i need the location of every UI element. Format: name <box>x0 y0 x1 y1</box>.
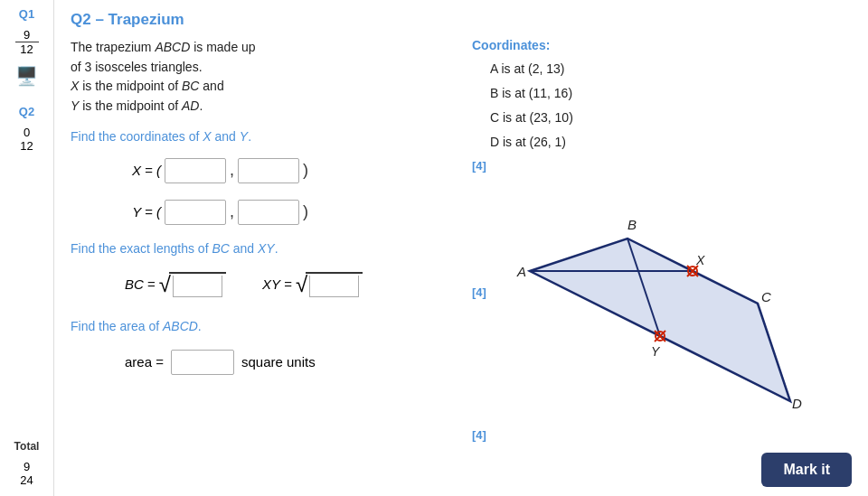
problem-text: The trapezium ABCD is made up of 3 isosc… <box>71 38 463 117</box>
x-input-2[interactable] <box>238 158 299 183</box>
find-xy-label: Find the coordinates of X and Y. <box>71 129 463 144</box>
svg-text:D: D <box>792 396 802 411</box>
area-row: area = square units <box>125 350 463 375</box>
coord-c: C is at (23, 10) <box>490 110 852 125</box>
sidebar-q1-score: 9 12 <box>15 28 39 56</box>
marks-badge-bot: [4] <box>472 428 486 442</box>
sidebar-total-score: 9 24 <box>20 460 33 487</box>
x-input-1[interactable] <box>165 158 226 183</box>
marks-badge-mid: [4] <box>472 285 486 299</box>
xy-sqrt-sign <box>296 272 363 297</box>
bc-sqrt-box <box>169 272 226 297</box>
right-panel: Coordinates: A is at (2, 13) B is at (11… <box>472 38 852 487</box>
coords-title: Coordinates: <box>472 38 852 52</box>
question-title: Q2 – Trapezium <box>71 11 852 29</box>
svg-text:C: C <box>761 289 771 304</box>
find-lengths-label: Find the exact lengths of BC and XY. <box>71 241 463 256</box>
sidebar-total-label: Total <box>14 440 40 453</box>
sqrt-row: BC = XY = <box>125 272 463 297</box>
sidebar-q1-label[interactable]: Q1 <box>19 7 34 21</box>
y-input-2[interactable] <box>238 200 299 225</box>
sidebar-q2-label[interactable]: Q2 <box>19 105 34 118</box>
area-label: area = <box>125 354 164 370</box>
xy-input[interactable] <box>309 276 359 297</box>
bc-label: BC = <box>125 276 156 292</box>
coord-a: A is at (2, 13) <box>490 61 852 76</box>
bc-input[interactable] <box>173 276 222 297</box>
coord-d: D is at (26, 1) <box>490 135 852 149</box>
mark-it-button[interactable]: Mark it <box>761 453 852 487</box>
y-var-label: Y = ( <box>125 204 161 220</box>
marks-badge-top: [4] <box>472 159 486 173</box>
svg-text:Y: Y <box>651 344 661 359</box>
svg-text:A: A <box>516 264 526 279</box>
svg-text:X: X <box>695 253 705 267</box>
xy-label: XY = <box>262 276 292 292</box>
diagram-area: [4] [4] [4] <box>472 159 852 487</box>
main-content: Q2 – Trapezium The trapezium ABCD is mad… <box>54 0 868 496</box>
bc-sqrt-sign <box>159 272 226 297</box>
bc-sqrt-expr: BC = <box>125 272 226 297</box>
y-input-1[interactable] <box>165 200 226 225</box>
sidebar-q2-score: 0 12 <box>20 126 33 153</box>
svg-marker-0 <box>530 239 790 401</box>
monitor-icon: 🖥️ <box>15 65 38 87</box>
xy-sqrt-box <box>306 272 363 297</box>
xy-sqrt-expr: XY = <box>262 272 363 297</box>
y-input-row: Y = ( , ) <box>125 200 463 225</box>
area-input[interactable] <box>171 350 234 375</box>
left-panel: The trapezium ABCD is made up of 3 isosc… <box>71 38 463 487</box>
content-area: The trapezium ABCD is made up of 3 isosc… <box>71 38 852 487</box>
x-input-row: X = ( , ) <box>125 158 463 183</box>
sidebar: Q1 9 12 🖥️ Q2 0 12 Total 9 24 <box>0 0 54 496</box>
diagram-svg-wrap: A B C D X Y <box>490 159 852 451</box>
coord-b: B is at (11, 16) <box>490 86 852 100</box>
square-units-label: square units <box>241 354 316 370</box>
find-area-label: Find the area of ABCD. <box>71 319 463 333</box>
x-var-label: X = ( <box>125 163 161 178</box>
svg-text:B: B <box>627 217 637 232</box>
